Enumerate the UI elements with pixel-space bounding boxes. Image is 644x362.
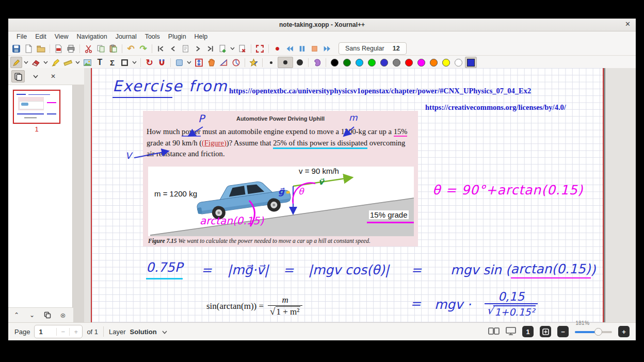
redo-button[interactable]: ↷ — [137, 43, 149, 54]
tex-tool-button[interactable]: Σ — [106, 57, 118, 68]
figure-link[interactable]: (Figure) — [202, 139, 227, 147]
layer-value[interactable]: Solution — [130, 328, 157, 336]
zoom-fit-width-button[interactable] — [540, 326, 551, 337]
cut-scissors-icon — [84, 44, 93, 53]
save-button[interactable] — [10, 43, 22, 54]
zoom-slider[interactable]: 181% — [575, 326, 612, 337]
zoom-in-button[interactable]: + — [618, 326, 630, 337]
select-region-tool-button[interactable] — [173, 57, 185, 68]
page-thumbnail-1[interactable] — [13, 90, 60, 124]
menu-file[interactable]: File — [12, 32, 31, 41]
delete-page-button[interactable] — [236, 43, 248, 54]
fill-tool-button[interactable] — [311, 57, 323, 68]
thickness-thick-button[interactable] — [294, 57, 305, 68]
new-document-button[interactable] — [23, 43, 35, 54]
color-lightgreen-button[interactable] — [366, 57, 378, 68]
record-button[interactable]: ● — [271, 43, 283, 54]
next-page-button[interactable] — [192, 43, 204, 54]
copy-button[interactable] — [95, 43, 107, 54]
ruler-tool-button[interactable] — [62, 57, 74, 68]
window-close-icon[interactable]: ✕ — [625, 20, 631, 28]
sidebar-preview-layers-button[interactable] — [11, 70, 25, 83]
zoom-slider-knob[interactable] — [594, 328, 602, 336]
sidebar-close-button[interactable]: ✕ — [46, 70, 60, 83]
color-custom-button[interactable] — [465, 57, 477, 68]
sidebar-up-button[interactable]: ⌃ — [9, 309, 24, 321]
paste-button[interactable] — [107, 43, 119, 54]
vertical-space-tool-button[interactable] — [193, 57, 205, 68]
pen-tool-button[interactable] — [10, 57, 22, 68]
zoom-fit-page-button[interactable]: 1 — [522, 326, 534, 337]
fullscreen-button[interactable] — [254, 43, 266, 54]
select-options-dropdown[interactable] — [131, 57, 138, 68]
hand-tool-button[interactable] — [205, 57, 217, 68]
color-lightblue-button[interactable] — [353, 57, 365, 68]
menu-help[interactable]: Help — [190, 32, 212, 41]
color-yellow-button[interactable] — [440, 57, 452, 68]
select-region-dropdown[interactable] — [186, 57, 192, 68]
undo-icon: ↶ — [127, 44, 134, 53]
page-spinner[interactable]: 1 − + — [34, 325, 83, 338]
previous-page-button[interactable] — [167, 43, 179, 54]
text-tool-button[interactable]: T — [94, 57, 106, 68]
rewind-button[interactable] — [284, 43, 296, 54]
sidebar-duplicate-button[interactable] — [40, 309, 55, 321]
color-red-button[interactable] — [403, 57, 415, 68]
result-equation: = mgv · 0,15 √1+0.15² — [410, 290, 538, 318]
undo-button[interactable]: ↶ — [125, 43, 137, 54]
forward-button[interactable] — [321, 43, 333, 54]
open-button[interactable] — [35, 43, 47, 54]
eraser-tool-button[interactable] — [30, 57, 42, 68]
add-page-dropdown[interactable] — [229, 43, 236, 54]
color-blue-button[interactable] — [378, 57, 390, 68]
thickness-fine-button[interactable] — [265, 57, 277, 68]
export-pdf-button[interactable] — [53, 43, 65, 54]
presentation-mode-button[interactable] — [506, 326, 516, 337]
color-orange-button[interactable] — [428, 57, 440, 68]
color-lightgreen-swatch — [368, 59, 376, 67]
eraser-options-dropdown[interactable] — [42, 57, 49, 68]
zoom-out-button[interactable]: − — [557, 326, 569, 337]
print-button[interactable] — [65, 43, 77, 54]
shape-circle-tool-button[interactable] — [230, 57, 242, 68]
layer-dropdown[interactable] — [162, 328, 167, 336]
page-increment-button[interactable]: + — [69, 328, 82, 336]
grid-snap-button[interactable] — [156, 57, 168, 68]
sidebar-delete-button[interactable]: ⊗ — [56, 309, 70, 321]
page-number-value[interactable]: 1 — [35, 328, 56, 336]
menu-tools[interactable]: Tools — [141, 32, 164, 41]
color-black-button[interactable] — [329, 57, 341, 68]
select-rect-tool-button[interactable] — [119, 57, 131, 68]
cut-button[interactable] — [83, 43, 94, 54]
color-green-button[interactable] — [341, 57, 353, 68]
two-page-view-button[interactable] — [488, 327, 500, 337]
goto-page-button[interactable] — [180, 43, 191, 54]
font-button[interactable]: Sans Regular 12 — [339, 42, 407, 55]
color-magenta-button[interactable] — [415, 57, 427, 68]
last-page-icon — [206, 44, 215, 53]
last-page-button[interactable] — [204, 43, 216, 54]
shape-triangle-tool-button[interactable] — [218, 57, 230, 68]
stop-button[interactable] — [309, 43, 320, 54]
color-gray-button[interactable] — [391, 57, 403, 68]
page-decrement-button[interactable]: − — [56, 328, 69, 336]
add-page-button[interactable] — [217, 43, 229, 54]
color-white-button[interactable] — [453, 57, 464, 68]
shape-recognizer-button[interactable] — [248, 57, 260, 68]
ruler-options-dropdown[interactable] — [74, 57, 81, 68]
sidebar-down-button[interactable]: ⌄ — [25, 309, 39, 321]
sidebar-mode-dropdown[interactable] — [29, 70, 42, 83]
menu-plugin[interactable]: Plugin — [164, 32, 190, 41]
thickness-medium-button[interactable] — [278, 57, 293, 68]
pause-button[interactable] — [296, 43, 308, 54]
menu-view[interactable]: View — [51, 32, 73, 41]
first-page-button[interactable] — [155, 43, 167, 54]
pen-options-dropdown[interactable] — [23, 57, 29, 68]
menu-edit[interactable]: Edit — [31, 32, 51, 41]
highlighter-tool-button[interactable] — [50, 57, 61, 68]
page-thumbnail-list[interactable]: 1 — [8, 85, 73, 308]
menu-journal[interactable]: Journal — [111, 32, 141, 41]
rotation-snap-button[interactable]: ↻ — [143, 57, 155, 68]
menu-navigation[interactable]: Navigation — [73, 32, 111, 41]
image-tool-button[interactable] — [82, 57, 93, 68]
